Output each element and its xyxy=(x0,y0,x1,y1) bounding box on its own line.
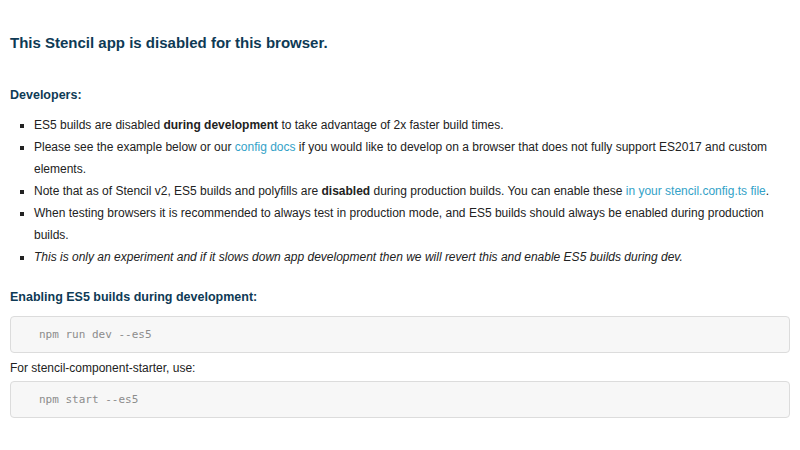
text-segment: ES5 builds are disabled xyxy=(34,118,163,132)
text-segment: This is only an experiment and if it slo… xyxy=(34,250,683,264)
code-block-es5-dev: npm run dev --es5 xyxy=(10,316,790,353)
text-segment: Please see the example below or our xyxy=(34,140,235,154)
inline-link[interactable]: config docs xyxy=(235,140,296,154)
starter-instruction: For stencil-component-starter, use: xyxy=(10,361,790,375)
note-es5-disabled: ES5 builds are disabled during developme… xyxy=(34,114,790,136)
code-block-starter: npm start --es5 xyxy=(10,381,790,418)
note-stencil-v2: Note that as of Stencil v2, ES5 builds a… xyxy=(34,180,790,202)
heading-enable-es5-dev: Enabling ES5 builds during development: xyxy=(10,290,790,304)
note-testing-browsers: When testing browsers it is recommended … xyxy=(34,202,790,246)
stencil-disabled-page: This Stencil app is disabled for this br… xyxy=(0,0,800,450)
note-config-docs: Please see the example below or our conf… xyxy=(34,136,790,180)
note-experiment: This is only an experiment and if it slo… xyxy=(34,246,790,268)
text-segment: during production builds. You can enable… xyxy=(370,184,626,198)
developers-heading: Developers: xyxy=(10,88,790,102)
text-segment: to take advantage of 2x faster build tim… xyxy=(278,118,503,132)
text-segment: . xyxy=(766,184,769,198)
text-segment: during development xyxy=(163,118,278,132)
developer-notes-list: ES5 builds are disabled during developme… xyxy=(10,114,790,268)
text-segment: disabled xyxy=(322,184,371,198)
text-segment: Note that as of Stencil v2, ES5 builds a… xyxy=(34,184,322,198)
text-segment: When testing browsers it is recommended … xyxy=(34,206,764,242)
inline-link[interactable]: in your stencil.config.ts file xyxy=(626,184,766,198)
page-title: This Stencil app is disabled for this br… xyxy=(10,34,790,52)
